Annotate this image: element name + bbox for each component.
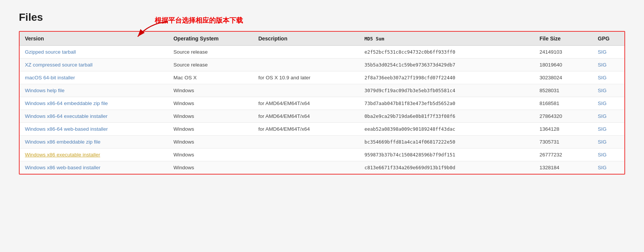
col-header-filesize: File Size (534, 32, 593, 46)
cell-gpg: SIG (593, 84, 624, 97)
cell-description: for AMD64/EM64T/x64 (253, 110, 359, 123)
version-link[interactable]: macOS 64-bit installer (25, 75, 75, 80)
cell-gpg: SIG (593, 46, 624, 59)
cell-md5: c813e6671f334a269e669d913b1f9b0d (359, 161, 534, 174)
cell-md5: 35b5a3d0254c1c59be9736373d429db7 (359, 59, 534, 71)
cell-description (253, 84, 359, 97)
version-link[interactable]: XZ compressed source tarball (25, 62, 92, 68)
version-link[interactable]: Windows x86 embeddable zip file (25, 139, 100, 145)
cell-version: Windows x86-64 executable installer (20, 110, 168, 123)
cell-version: Windows x86 executable installer (20, 148, 168, 161)
cell-filesize: 27864320 (534, 110, 593, 123)
cell-description: for AMD64/EM64T/x64 (253, 123, 359, 136)
version-link[interactable]: Gzipped source tarball (25, 49, 76, 55)
cell-gpg: SIG (593, 148, 624, 161)
col-header-os: Operating System (168, 32, 253, 46)
sig-link[interactable]: SIG (598, 100, 607, 106)
cell-md5: 2f8a736eeb307a27f1998cfd07f22440 (359, 71, 534, 84)
table-row: Gzipped source tarball Source release e2… (20, 46, 624, 59)
cell-os: Mac OS X (168, 71, 253, 84)
files-table: Version Operating System Description MD5… (20, 32, 624, 174)
cell-os: Source release (168, 59, 253, 71)
table-row: Windows x86-64 embeddable zip file Windo… (20, 97, 624, 110)
cell-gpg: SIG (593, 110, 624, 123)
cell-description (253, 46, 359, 59)
cell-filesize: 1364128 (534, 123, 593, 136)
cell-version: Windows x86-64 embeddable zip file (20, 97, 168, 110)
files-table-wrapper: Version Operating System Description MD5… (19, 31, 625, 175)
cell-gpg: SIG (593, 59, 624, 71)
sig-link[interactable]: SIG (598, 165, 607, 170)
sig-link[interactable]: SIG (598, 75, 607, 80)
cell-gpg: SIG (593, 71, 624, 84)
cell-filesize: 30238024 (534, 71, 593, 84)
sig-link[interactable]: SIG (598, 88, 607, 93)
cell-os: Windows (168, 136, 253, 148)
sig-link[interactable]: SIG (598, 152, 607, 158)
table-header-row: Version Operating System Description MD5… (20, 32, 624, 46)
cell-version: Windows x86 embeddable zip file (20, 136, 168, 148)
cell-md5: 959873b37b74c1508428596b7f9df151 (359, 148, 534, 161)
sig-link[interactable]: SIG (598, 49, 607, 55)
table-row: Windows x86-64 executable installer Wind… (20, 110, 624, 123)
cell-description (253, 136, 359, 148)
cell-os: Windows (168, 123, 253, 136)
table-row: Windows x86 embeddable zip file Windows … (20, 136, 624, 148)
cell-gpg: SIG (593, 136, 624, 148)
cell-md5: 73bd7aab047b81f83e473efb5d5652a0 (359, 97, 534, 110)
cell-os: Windows (168, 161, 253, 174)
table-row: Windows x86-64 web-based installer Windo… (20, 123, 624, 136)
cell-gpg: SIG (593, 161, 624, 174)
cell-filesize: 18019640 (534, 59, 593, 71)
sig-link[interactable]: SIG (598, 126, 607, 132)
table-row: Windows x86 executable installer Windows… (20, 148, 624, 161)
cell-description: for AMD64/EM64T/x64 (253, 97, 359, 110)
cell-filesize: 24149103 (534, 46, 593, 59)
cell-filesize: 8528031 (534, 84, 593, 97)
cell-version: XZ compressed source tarball (20, 59, 168, 71)
arrow-icon (130, 20, 175, 40)
version-link[interactable]: Windows x86 executable installer (25, 152, 100, 158)
table-row: Windows help file Windows 3079d9cf19ac09… (20, 84, 624, 97)
version-link[interactable]: Windows x86-64 web-based installer (25, 126, 108, 132)
cell-version: Windows help file (20, 84, 168, 97)
col-header-description: Description (253, 32, 359, 46)
cell-os: Windows (168, 110, 253, 123)
cell-description (253, 161, 359, 174)
table-row: Windows x86 web-based installer Windows … (20, 161, 624, 174)
cell-version: macOS 64-bit installer (20, 71, 168, 84)
col-header-md5: MD5 Sum (359, 32, 534, 46)
sig-link[interactable]: SIG (598, 139, 607, 145)
cell-version: Gzipped source tarball (20, 46, 168, 59)
cell-gpg: SIG (593, 97, 624, 110)
cell-description: for OS X 10.9 and later (253, 71, 359, 84)
cell-os: Windows (168, 84, 253, 97)
cell-os: Source release (168, 46, 253, 59)
table-row: macOS 64-bit installer Mac OS X for OS X… (20, 71, 624, 84)
cell-version: Windows x86-64 web-based installer (20, 123, 168, 136)
cell-md5: bc354669bffd81a4ca14f06817222e50 (359, 136, 534, 148)
sig-link[interactable]: SIG (598, 62, 607, 68)
table-row: XZ compressed source tarball Source rele… (20, 59, 624, 71)
cell-gpg: SIG (593, 123, 624, 136)
cell-description (253, 59, 359, 71)
cell-os: Windows (168, 148, 253, 161)
cell-md5: 3079d9cf19ac09d7b3e5eb3fb05581c4 (359, 84, 534, 97)
col-header-gpg: GPG (593, 32, 624, 46)
page-title: Files (19, 11, 625, 23)
cell-filesize: 7305731 (534, 136, 593, 148)
version-link[interactable]: Windows help file (25, 88, 65, 93)
version-link[interactable]: Windows x86 web-based installer (25, 165, 100, 170)
cell-filesize: 26777232 (534, 148, 593, 161)
cell-md5: eeab52a08398a009c90189248ff43dac (359, 123, 534, 136)
annotation-container: 根据平台选择相应的版本下载 Version Operating System D… (19, 31, 625, 176)
cell-md5: 0ba2e9ca29b719da6e0b81f7f33f08f6 (359, 110, 534, 123)
sig-link[interactable]: SIG (598, 113, 607, 119)
cell-filesize: 1328184 (534, 161, 593, 174)
version-link[interactable]: Windows x86-64 executable installer (25, 113, 108, 119)
version-link[interactable]: Windows x86-64 embeddable zip file (25, 100, 108, 106)
cell-md5: e2f52bcf531c8cc94732c0b6ff933ff0 (359, 46, 534, 59)
cell-os: Windows (168, 97, 253, 110)
cell-filesize: 8168581 (534, 97, 593, 110)
cell-version: Windows x86 web-based installer (20, 161, 168, 174)
